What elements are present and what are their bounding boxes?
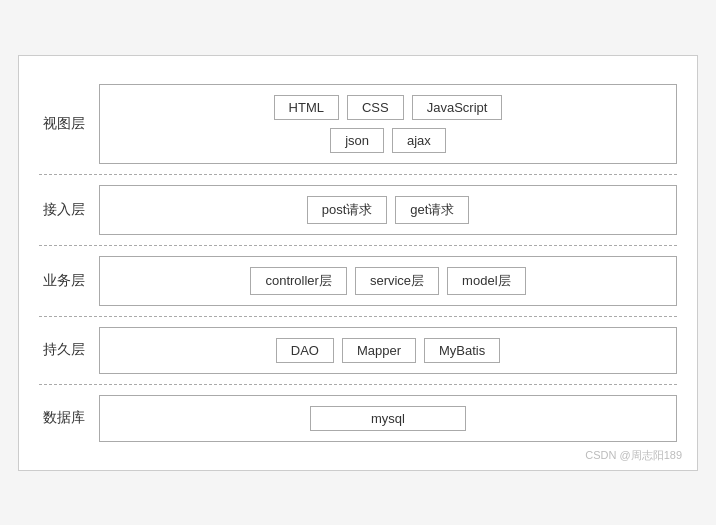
chip-get--: get请求 (395, 196, 469, 224)
access-layer-content: post请求get请求 (99, 185, 677, 235)
watermark: CSDN @周志阳189 (585, 448, 682, 463)
architecture-diagram: 视图层HTMLCSSJavaScriptjsonajax接入层post请求get… (18, 55, 698, 471)
access-layer-row: 接入层post请求get请求 (39, 175, 677, 246)
chip-ajax: ajax (392, 128, 446, 153)
business-layer-content: controller层service层model层 (99, 256, 677, 306)
chip-json: json (330, 128, 384, 153)
chip-html: HTML (274, 95, 339, 120)
chip-javascript: JavaScript (412, 95, 503, 120)
chip-css: CSS (347, 95, 404, 120)
access-layer-label: 接入层 (39, 201, 99, 219)
view-layer-label: 视图层 (39, 115, 99, 133)
chip-mybatis: MyBatis (424, 338, 500, 363)
chip-controller-: controller层 (250, 267, 346, 295)
persistence-layer-content: DAOMapperMyBatis (99, 327, 677, 374)
database-layer-content: mysql (99, 395, 677, 442)
diagram-wrapper: 视图层HTMLCSSJavaScriptjsonajax接入层post请求get… (18, 55, 698, 471)
database-layer-label: 数据库 (39, 409, 99, 427)
persistence-layer-row: 持久层DAOMapperMyBatis (39, 317, 677, 385)
chip-service-: service层 (355, 267, 439, 295)
chip-model-: model层 (447, 267, 525, 295)
chip-dao: DAO (276, 338, 334, 363)
business-layer-row: 业务层controller层service层model层 (39, 246, 677, 317)
database-layer-row: 数据库mysql (39, 385, 677, 452)
chip-post--: post请求 (307, 196, 388, 224)
persistence-layer-label: 持久层 (39, 341, 99, 359)
chip-mapper: Mapper (342, 338, 416, 363)
view-layer-content: HTMLCSSJavaScriptjsonajax (99, 84, 677, 164)
chip-mysql: mysql (310, 406, 466, 431)
view-layer-row: 视图层HTMLCSSJavaScriptjsonajax (39, 74, 677, 175)
business-layer-label: 业务层 (39, 272, 99, 290)
